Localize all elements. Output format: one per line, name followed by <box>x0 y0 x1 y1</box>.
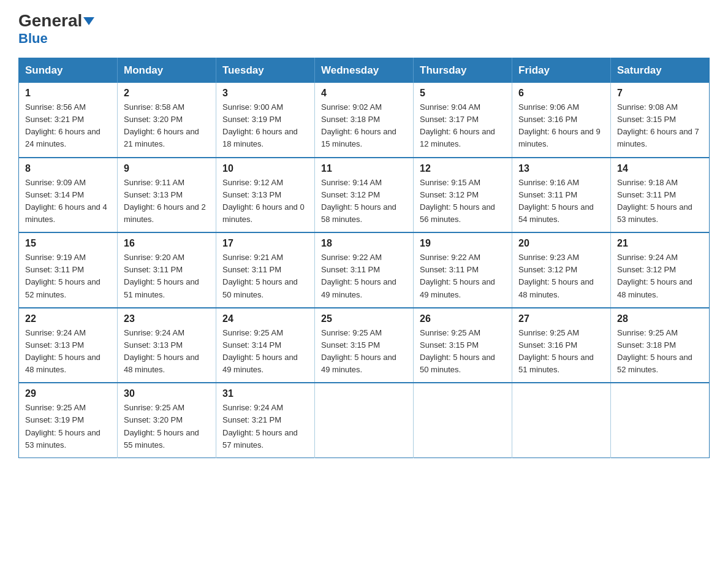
day-number: 11 <box>321 163 407 174</box>
day-info: Sunrise: 9:09 AMSunset: 3:14 PMDaylight:… <box>25 177 111 226</box>
day-info: Sunrise: 9:20 AMSunset: 3:11 PMDaylight:… <box>124 251 210 301</box>
calendar-cell: 11Sunrise: 9:14 AMSunset: 3:12 PMDayligh… <box>315 158 414 233</box>
day-number: 22 <box>25 313 111 324</box>
day-info: Sunrise: 8:58 AMSunset: 3:20 PMDaylight:… <box>124 101 210 151</box>
day-info: Sunrise: 9:15 AMSunset: 3:12 PMDaylight:… <box>420 177 506 226</box>
day-info: Sunrise: 9:19 AMSunset: 3:11 PMDaylight:… <box>25 251 111 301</box>
day-info: Sunrise: 9:14 AMSunset: 3:12 PMDaylight:… <box>321 177 407 226</box>
day-number: 19 <box>420 238 506 249</box>
calendar-cell: 20Sunrise: 9:23 AMSunset: 3:12 PMDayligh… <box>512 232 611 308</box>
calendar-cell: 9Sunrise: 9:11 AMSunset: 3:13 PMDaylight… <box>118 158 216 233</box>
day-number: 6 <box>518 88 604 99</box>
day-number: 12 <box>420 163 506 174</box>
calendar-cell: 8Sunrise: 9:09 AMSunset: 3:14 PMDaylight… <box>19 158 118 233</box>
day-number: 29 <box>25 388 111 399</box>
calendar-cell: 27Sunrise: 9:25 AMSunset: 3:16 PMDayligh… <box>512 308 611 383</box>
calendar-cell: 26Sunrise: 9:25 AMSunset: 3:15 PMDayligh… <box>414 308 512 383</box>
day-info: Sunrise: 9:02 AMSunset: 3:18 PMDaylight:… <box>321 101 407 151</box>
calendar-cell: 3Sunrise: 9:00 AMSunset: 3:19 PMDaylight… <box>216 83 315 158</box>
logo-general: General <box>18 12 82 29</box>
calendar-cell <box>512 383 611 458</box>
calendar-cell: 15Sunrise: 9:19 AMSunset: 3:11 PMDayligh… <box>19 232 118 308</box>
day-info: Sunrise: 9:25 AMSunset: 3:18 PMDaylight:… <box>617 327 703 377</box>
calendar-cell: 1Sunrise: 8:56 AMSunset: 3:21 PMDaylight… <box>19 83 118 158</box>
day-info: Sunrise: 9:24 AMSunset: 3:21 PMDaylight:… <box>222 402 308 451</box>
calendar-week-row: 8Sunrise: 9:09 AMSunset: 3:14 PMDaylight… <box>19 158 710 233</box>
page-header: General Blue <box>18 12 710 47</box>
logo-blue: Blue <box>18 31 48 47</box>
day-info: Sunrise: 9:23 AMSunset: 3:12 PMDaylight:… <box>518 251 604 301</box>
calendar-cell <box>315 383 414 458</box>
calendar-cell <box>414 383 512 458</box>
calendar-cell: 14Sunrise: 9:18 AMSunset: 3:11 PMDayligh… <box>611 158 710 233</box>
calendar-cell: 30Sunrise: 9:25 AMSunset: 3:20 PMDayligh… <box>118 383 216 458</box>
calendar-cell: 25Sunrise: 9:25 AMSunset: 3:15 PMDayligh… <box>315 308 414 383</box>
day-info: Sunrise: 9:25 AMSunset: 3:15 PMDaylight:… <box>420 327 506 377</box>
calendar-cell: 5Sunrise: 9:04 AMSunset: 3:17 PMDaylight… <box>414 83 512 158</box>
day-info: Sunrise: 9:18 AMSunset: 3:11 PMDaylight:… <box>617 177 703 226</box>
calendar-cell: 10Sunrise: 9:12 AMSunset: 3:13 PMDayligh… <box>216 158 315 233</box>
calendar-cell: 23Sunrise: 9:24 AMSunset: 3:13 PMDayligh… <box>118 308 216 383</box>
day-number: 3 <box>222 88 308 99</box>
day-number: 15 <box>25 238 111 249</box>
day-info: Sunrise: 9:21 AMSunset: 3:11 PMDaylight:… <box>222 251 308 301</box>
calendar-cell: 16Sunrise: 9:20 AMSunset: 3:11 PMDayligh… <box>118 232 216 308</box>
calendar-cell: 18Sunrise: 9:22 AMSunset: 3:11 PMDayligh… <box>315 232 414 308</box>
day-number: 1 <box>25 88 111 99</box>
day-number: 30 <box>124 388 210 399</box>
day-info: Sunrise: 9:24 AMSunset: 3:12 PMDaylight:… <box>617 251 703 301</box>
day-number: 8 <box>25 163 111 174</box>
day-info: Sunrise: 9:06 AMSunset: 3:16 PMDaylight:… <box>518 101 604 151</box>
day-number: 7 <box>617 88 703 99</box>
day-info: Sunrise: 9:25 AMSunset: 3:15 PMDaylight:… <box>321 327 407 377</box>
day-info: Sunrise: 9:12 AMSunset: 3:13 PMDaylight:… <box>222 177 308 226</box>
day-info: Sunrise: 9:04 AMSunset: 3:17 PMDaylight:… <box>420 101 506 151</box>
calendar-cell <box>611 383 710 458</box>
day-number: 26 <box>420 313 506 324</box>
calendar-cell: 22Sunrise: 9:24 AMSunset: 3:13 PMDayligh… <box>19 308 118 383</box>
day-info: Sunrise: 9:22 AMSunset: 3:11 PMDaylight:… <box>420 251 506 301</box>
day-info: Sunrise: 9:24 AMSunset: 3:13 PMDaylight:… <box>124 327 210 377</box>
logo-triangle-icon <box>83 17 94 25</box>
day-info: Sunrise: 9:25 AMSunset: 3:20 PMDaylight:… <box>124 402 210 451</box>
calendar-cell: 21Sunrise: 9:24 AMSunset: 3:12 PMDayligh… <box>611 232 710 308</box>
day-info: Sunrise: 9:25 AMSunset: 3:19 PMDaylight:… <box>25 402 111 451</box>
day-info: Sunrise: 8:56 AMSunset: 3:21 PMDaylight:… <box>25 101 111 151</box>
calendar-header-row: SundayMondayTuesdayWednesdayThursdayFrid… <box>19 58 710 83</box>
day-header-sunday: Sunday <box>19 58 118 83</box>
day-number: 10 <box>222 163 308 174</box>
day-header-thursday: Thursday <box>414 58 512 83</box>
calendar-week-row: 15Sunrise: 9:19 AMSunset: 3:11 PMDayligh… <box>19 232 710 308</box>
day-info: Sunrise: 9:16 AMSunset: 3:11 PMDaylight:… <box>518 177 604 226</box>
day-number: 18 <box>321 238 407 249</box>
calendar-cell: 7Sunrise: 9:08 AMSunset: 3:15 PMDaylight… <box>611 83 710 158</box>
day-number: 14 <box>617 163 703 174</box>
day-info: Sunrise: 9:22 AMSunset: 3:11 PMDaylight:… <box>321 251 407 301</box>
calendar-cell: 19Sunrise: 9:22 AMSunset: 3:11 PMDayligh… <box>414 232 512 308</box>
day-info: Sunrise: 9:08 AMSunset: 3:15 PMDaylight:… <box>617 101 703 151</box>
day-number: 16 <box>124 238 210 249</box>
day-header-wednesday: Wednesday <box>315 58 414 83</box>
day-info: Sunrise: 9:24 AMSunset: 3:13 PMDaylight:… <box>25 327 111 377</box>
day-header-saturday: Saturday <box>611 58 710 83</box>
day-info: Sunrise: 9:00 AMSunset: 3:19 PMDaylight:… <box>222 101 308 151</box>
day-number: 2 <box>124 88 210 99</box>
calendar-week-row: 22Sunrise: 9:24 AMSunset: 3:13 PMDayligh… <box>19 308 710 383</box>
day-number: 4 <box>321 88 407 99</box>
day-number: 9 <box>124 163 210 174</box>
calendar-cell: 4Sunrise: 9:02 AMSunset: 3:18 PMDaylight… <box>315 83 414 158</box>
day-number: 21 <box>617 238 703 249</box>
calendar-cell: 29Sunrise: 9:25 AMSunset: 3:19 PMDayligh… <box>19 383 118 458</box>
calendar-cell: 13Sunrise: 9:16 AMSunset: 3:11 PMDayligh… <box>512 158 611 233</box>
day-number: 24 <box>222 313 308 324</box>
calendar-cell: 2Sunrise: 8:58 AMSunset: 3:20 PMDaylight… <box>118 83 216 158</box>
day-number: 13 <box>518 163 604 174</box>
calendar-cell: 28Sunrise: 9:25 AMSunset: 3:18 PMDayligh… <box>611 308 710 383</box>
calendar-cell: 6Sunrise: 9:06 AMSunset: 3:16 PMDaylight… <box>512 83 611 158</box>
calendar-cell: 12Sunrise: 9:15 AMSunset: 3:12 PMDayligh… <box>414 158 512 233</box>
day-number: 25 <box>321 313 407 324</box>
day-number: 27 <box>518 313 604 324</box>
logo: General Blue <box>18 12 94 47</box>
calendar-week-row: 1Sunrise: 8:56 AMSunset: 3:21 PMDaylight… <box>19 83 710 158</box>
day-number: 20 <box>518 238 604 249</box>
